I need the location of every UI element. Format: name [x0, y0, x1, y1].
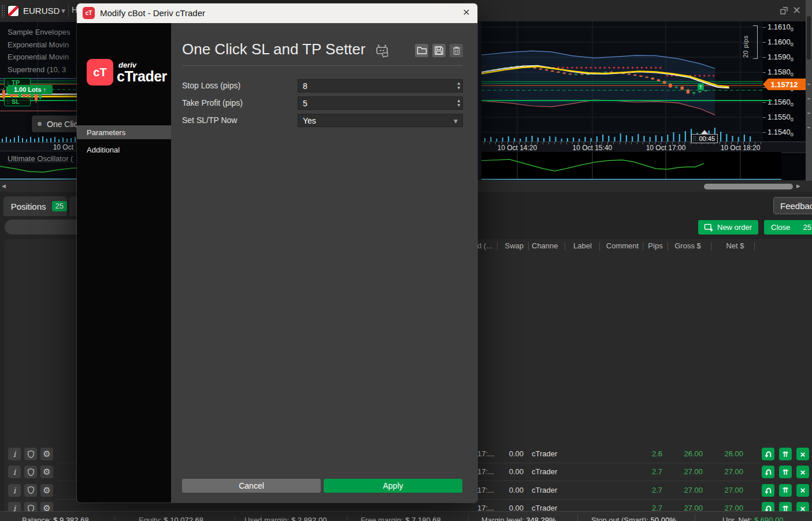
u-turn-icon — [763, 467, 773, 477]
oscillator-pane[interactable] — [481, 152, 781, 180]
tick — [807, 127, 810, 128]
divider — [182, 65, 462, 66]
cell-pips: 2.6 — [637, 449, 662, 458]
cell-net: 27.00 — [703, 467, 743, 476]
indicator-label[interactable]: Exponential Movin — [8, 53, 69, 61]
close-all-button[interactable]: Close 25 — [764, 220, 812, 235]
indicator-label[interactable]: Supertrend (10, 3 — [8, 65, 66, 74]
tick — [807, 84, 810, 85]
oscillator-label[interactable]: Ultimate Oscillator ( — [8, 154, 73, 163]
level-line-tick — [763, 100, 772, 101]
column-header[interactable]: Comment — [602, 241, 643, 250]
dialog-titlebar[interactable]: cT Modify cBot - Deriv cTrader × — [77, 3, 477, 23]
save-cbot-button[interactable] — [432, 44, 446, 57]
column-header[interactable]: Pips — [644, 241, 667, 250]
position-protection-button[interactable] — [24, 448, 37, 460]
deriv-ctrader-logo-icon: cT — [87, 59, 113, 85]
reverse-position-button[interactable] — [762, 466, 774, 478]
new-order-button[interactable]: New order — [698, 220, 758, 235]
close-chart-icon[interactable]: × — [792, 3, 801, 16]
drag-handle-icon — [7, 201, 8, 211]
price-axis-label: 1.15400 — [767, 128, 794, 137]
price-axis-label: 1.15900 — [767, 53, 794, 62]
symbol-selector[interactable]: EURUSD — [23, 6, 60, 16]
column-header[interactable]: Swap — [498, 241, 524, 250]
time-axis-label: 10 Oct 14:20 — [497, 144, 537, 152]
right-scroll-strip[interactable] — [806, 0, 812, 192]
double-position-button[interactable]: ⇈ — [779, 466, 792, 478]
dialog-title: Modify cBot - Deriv cTrader — [100, 8, 205, 18]
price-axis-label: 1.15500 — [767, 113, 794, 122]
reverse-position-button[interactable] — [762, 484, 774, 497]
ctrader-app-icon: cT — [83, 7, 95, 19]
stepper-icon[interactable]: ▲▼ — [457, 98, 460, 107]
position-info-button[interactable]: i — [8, 484, 21, 497]
scrollbar-thumb[interactable] — [807, 16, 811, 59]
position-info-button[interactable]: i — [8, 466, 21, 478]
column-header[interactable]: Net $ — [717, 241, 754, 250]
double-position-button[interactable]: ⇈ — [779, 448, 792, 460]
cbot-name-tooltip[interactable]: One Click SL and TP Setter — [32, 116, 77, 132]
countdown-pointer-icon — [701, 130, 708, 134]
position-settings-button[interactable]: ⚙ — [40, 484, 53, 497]
status-item: Margin level: 348.29% — [481, 516, 556, 521]
reverse-position-button[interactable] — [762, 448, 774, 460]
drag-handle-icon[interactable] — [1, 5, 5, 17]
cell-gross: 27.00 — [662, 467, 703, 476]
column-header[interactable]: Gross $ — [669, 241, 706, 250]
cell-channel: cTrader — [532, 486, 566, 494]
field-label-take-profit: Take Profit (pips) — [182, 98, 243, 107]
position-settings-button[interactable]: ⚙ — [40, 448, 53, 460]
current-price-badge: 1.15712 — [763, 79, 806, 90]
price-chart[interactable]: ↑ — [481, 21, 763, 142]
open-cbot-button[interactable] — [415, 44, 428, 57]
tab-fragment[interactable] — [69, 196, 77, 216]
set-sltp-select[interactable]: Yes ▼ — [298, 114, 463, 127]
detach-chart-icon[interactable] — [779, 6, 789, 16]
chevron-down-icon[interactable]: ▼ — [61, 8, 65, 14]
position-lots-badge[interactable]: 1.00 Lots ↑ — [8, 85, 53, 94]
tab-positions[interactable]: Positions 25 — [3, 196, 67, 216]
scrollbar-thumb[interactable] — [704, 184, 793, 189]
modify-cbot-dialog: cT Modify cBot - Deriv cTrader × cT deri… — [77, 3, 477, 503]
tab-additional[interactable]: Additional — [77, 143, 171, 157]
cell-created: 17:... — [477, 467, 496, 476]
dialog-close-icon[interactable]: × — [463, 5, 470, 19]
double-position-button[interactable]: ⇈ — [779, 484, 792, 497]
position-settings-button[interactable]: ⚙ — [40, 466, 53, 478]
new-order-icon — [704, 223, 713, 232]
scroll-left-icon[interactable]: ◀ — [2, 183, 6, 189]
column-header[interactable]: d (... — [477, 241, 496, 250]
position-protection-button[interactable] — [24, 484, 37, 497]
position-info-button[interactable]: i — [8, 448, 21, 460]
column-header[interactable]: Label — [566, 241, 599, 250]
stepper-icon[interactable]: ▲▼ — [457, 81, 460, 90]
status-dot-icon — [38, 122, 42, 126]
status-item: Unr. Net: $ 690.00 — [722, 516, 784, 521]
scroll-right-icon[interactable]: ▶ — [796, 183, 800, 189]
close-position-button[interactable]: × — [796, 448, 809, 460]
close-position-button[interactable]: × — [796, 466, 809, 478]
shield-icon — [26, 449, 36, 459]
price-axis-label: 1.16100 — [767, 23, 794, 32]
tab-parameters[interactable]: Parameters — [77, 125, 171, 139]
cell-channel: cTrader — [532, 467, 566, 476]
time-axis-fragment: 10 Oct — [0, 142, 77, 151]
feedback-button[interactable]: Feedback — [773, 197, 812, 214]
column-header[interactable]: Channe — [532, 241, 564, 250]
candle-countdown[interactable]: 00:45 — [691, 134, 718, 143]
delete-cbot-button[interactable] — [450, 44, 463, 57]
cell-created: 17:... — [477, 486, 496, 494]
sl-line-badge[interactable]: SL — [4, 97, 31, 106]
take-profit-input[interactable]: 5 ▲▼ — [298, 96, 463, 110]
positions-count-badge: 25 — [52, 201, 67, 211]
stop-loss-input[interactable]: 8 ▲▼ — [298, 79, 463, 92]
cell-pips: 2.7 — [637, 467, 662, 476]
apply-button[interactable]: Apply — [324, 479, 462, 493]
cancel-button[interactable]: Cancel — [182, 479, 321, 493]
indicator-label[interactable]: Exponential Movin — [8, 40, 69, 49]
close-position-button[interactable]: × — [796, 484, 809, 497]
time-axis[interactable]: 10 Oct 14:2010 Oct 15:4010 Oct 17:0010 O… — [481, 142, 806, 153]
position-protection-button[interactable] — [24, 466, 37, 478]
indicator-label[interactable]: Sample Envelopes — [8, 28, 70, 36]
